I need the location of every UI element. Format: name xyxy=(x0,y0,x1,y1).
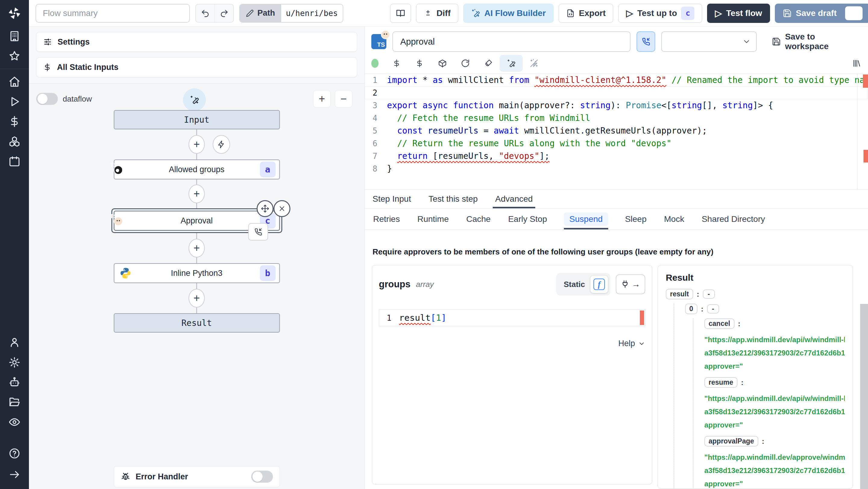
result-key-badge[interactable]: - xyxy=(707,304,719,313)
variables-dollar-button[interactable] xyxy=(385,55,408,72)
result-key-badge[interactable]: cancel xyxy=(704,318,735,329)
add-step-button[interactable]: + xyxy=(189,184,205,203)
script-version-select[interactable] xyxy=(661,31,757,52)
result-key-badge[interactable]: 0 xyxy=(685,304,698,314)
flow-summary-input[interactable] xyxy=(36,4,190,23)
test-flow-button[interactable]: ▷ Test flow xyxy=(707,4,770,23)
delete-node-button[interactable] xyxy=(273,200,290,217)
static-expr-toggle[interactable]: Static f xyxy=(556,273,610,296)
code-line: 7 return [resumeUrls, "devops"]; xyxy=(365,150,868,162)
folders-icon[interactable] xyxy=(8,396,21,409)
subtab-cache[interactable]: Cache xyxy=(466,209,491,230)
subtab-sleep[interactable]: Sleep xyxy=(624,209,647,230)
subtab-mock[interactable]: Mock xyxy=(663,209,685,230)
favorites-star-icon[interactable] xyxy=(8,50,21,63)
tab-advanced[interactable]: Advanced xyxy=(495,190,533,208)
help-button[interactable]: Help xyxy=(379,339,645,348)
step-title-input[interactable] xyxy=(393,31,630,52)
workspace-building-icon[interactable] xyxy=(8,30,21,43)
all-static-inputs-button[interactable]: All Static Inputs xyxy=(36,57,357,77)
workers-robot-icon[interactable] xyxy=(8,376,21,389)
play-icon: ▷ xyxy=(626,9,633,18)
topbar: Path u/henri/bes Diff AI Flow Builder Ex… xyxy=(29,0,868,27)
move-node-button[interactable] xyxy=(256,200,273,217)
error-marker xyxy=(863,74,868,88)
zoom-in-button[interactable]: + xyxy=(313,90,331,108)
format-paintbrush-button[interactable] xyxy=(477,55,500,72)
export-button[interactable]: Export xyxy=(558,4,614,23)
ai-flow-builder-button[interactable]: AI Flow Builder xyxy=(463,4,554,23)
result-key-badge[interactable]: resume xyxy=(704,377,738,388)
save-to-workspace-button[interactable]: Save to workspace xyxy=(772,32,861,51)
zoom-out-button[interactable]: − xyxy=(335,90,352,108)
add-step-button[interactable]: + xyxy=(189,239,205,257)
ai-wand-off-button[interactable] xyxy=(523,55,546,72)
tab-step-input[interactable]: Step Input xyxy=(373,190,411,208)
language-status-dot xyxy=(371,59,378,68)
subtab-shared-directory[interactable]: Shared Directory xyxy=(701,209,766,230)
save-draft-button[interactable]: Save draft xyxy=(775,4,868,23)
dataflow-toggle[interactable] xyxy=(36,93,58,105)
result-key-badge[interactable]: - xyxy=(703,289,715,299)
ai-wand-button[interactable] xyxy=(500,55,523,72)
package-button[interactable] xyxy=(431,55,454,72)
path-value[interactable]: u/henri/bes xyxy=(281,4,343,22)
runs-play-icon[interactable] xyxy=(8,95,21,108)
graph-node-allowed-groups[interactable]: TS Allowed groups a xyxy=(114,159,280,179)
diff-button[interactable]: Diff xyxy=(416,4,458,23)
help-icon[interactable] xyxy=(8,447,21,460)
variables-dollar-icon[interactable] xyxy=(8,115,21,128)
connect-input-button[interactable]: → xyxy=(616,274,645,294)
graph-node-approval-selected[interactable]: TS Approval c xyxy=(111,208,282,233)
wand-icon xyxy=(190,95,199,104)
error-handler-card[interactable]: Error Handler xyxy=(114,466,280,487)
collapse-arrow-icon[interactable] xyxy=(8,468,21,481)
flow-graph[interactable]: dataflow + − Input + TS Allowed groups xyxy=(29,83,364,489)
redo-button[interactable] xyxy=(215,4,233,22)
code-editor[interactable]: 1import * as wmillClient from "windmill-… xyxy=(365,73,868,189)
connector: + xyxy=(196,283,197,313)
panel-vertical-scrollbar[interactable] xyxy=(860,304,868,489)
result-row: result:- xyxy=(666,289,845,299)
graph-result-node[interactable]: Result xyxy=(114,313,280,333)
subtab-early-stop[interactable]: Early Stop xyxy=(507,209,548,230)
windmill-logo-icon[interactable] xyxy=(0,0,29,27)
library-icon[interactable] xyxy=(852,59,861,68)
settings-gear-icon[interactable] xyxy=(8,356,21,369)
subtab-runtime[interactable]: Runtime xyxy=(417,209,450,230)
audit-eye-icon[interactable] xyxy=(8,416,21,429)
docs-book-button[interactable] xyxy=(390,4,411,23)
resources-cubes-icon[interactable] xyxy=(8,135,21,148)
result-row: resume: xyxy=(704,377,845,388)
flow-settings-button[interactable]: Settings xyxy=(36,32,357,52)
result-json-tree: result:-0:-cancel:"https://app.windmill.… xyxy=(666,289,845,489)
tab-test-this-step[interactable]: Test this step xyxy=(429,190,478,208)
plug-icon xyxy=(621,280,629,288)
add-step-button[interactable]: + xyxy=(189,135,205,154)
graph-node-inline-python3[interactable]: Inline Python3 b xyxy=(114,263,280,283)
code-line: 2 xyxy=(365,87,868,99)
add-step-button[interactable]: + xyxy=(189,289,205,307)
error-handler-toggle[interactable] xyxy=(251,470,273,483)
ai-flow-builder-label: AI Flow Builder xyxy=(484,8,546,18)
groups-expression-editor[interactable]: 1 result[1] xyxy=(379,309,645,326)
resources-dollar-button[interactable] xyxy=(408,55,431,72)
trigger-bolt-button[interactable] xyxy=(213,135,230,154)
suspend-description: Require approvers to be members of one o… xyxy=(365,230,868,256)
reload-button[interactable] xyxy=(454,55,477,72)
suspend-phone-incoming-button[interactable] xyxy=(637,31,655,52)
path-edit-button[interactable]: Path xyxy=(240,4,281,22)
export-label: Export xyxy=(579,8,606,18)
test-up-to-button[interactable]: ▷ Test up to c xyxy=(618,4,702,23)
home-icon[interactable] xyxy=(8,75,21,88)
schedules-calendar-icon[interactable] xyxy=(8,155,21,168)
result-key-badge[interactable]: approvalPage xyxy=(704,436,758,447)
result-key-badge[interactable]: result xyxy=(666,289,693,299)
subtab-retries[interactable]: Retries xyxy=(373,209,401,230)
input-node-label: Input xyxy=(184,115,209,125)
graph-input-node[interactable]: Input xyxy=(114,110,280,129)
subtab-suspend[interactable]: Suspend xyxy=(564,209,608,230)
undo-button[interactable] xyxy=(196,4,215,22)
ai-assistant-wand-button[interactable] xyxy=(183,88,206,111)
account-user-icon[interactable] xyxy=(8,336,21,349)
